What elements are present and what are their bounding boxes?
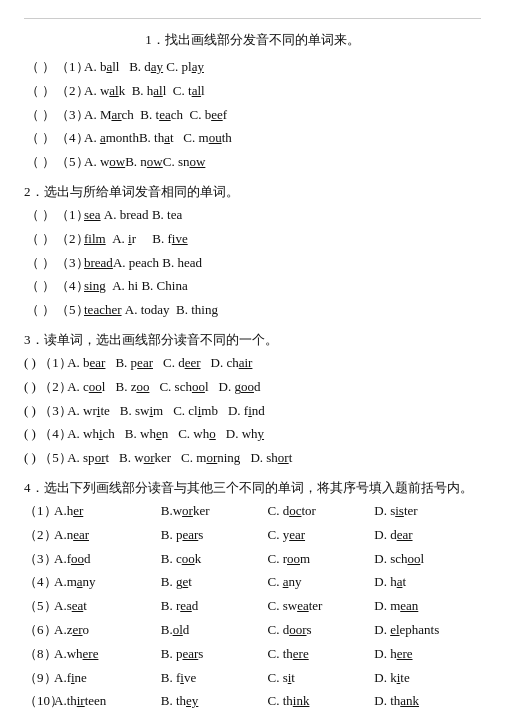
option-a: A. ball [84, 57, 119, 78]
s4-row3: （3） A.food B. cook C. room D. school [24, 549, 481, 570]
opt-b: B.old [161, 620, 268, 641]
option-b: B. that [139, 128, 174, 149]
s2-row4: （ ） （4） sing A. hi B. China [24, 276, 481, 297]
bracket-pair: ( ) [24, 353, 36, 374]
option-c: C. beef [189, 105, 227, 126]
q-num: （1） [56, 57, 84, 78]
s3-row3: ( ) （3） A. write B. swim C. climb D. fin… [24, 401, 481, 422]
opt-c: C. sit [268, 668, 375, 689]
option-a: A. March [84, 105, 134, 126]
opt-c: C. there [268, 644, 375, 665]
opt-c: C. deer [163, 353, 201, 374]
q-num: （5） [56, 300, 84, 321]
bracket: （ [24, 276, 40, 297]
option-a: A. peach [113, 253, 159, 274]
option-b: B. teach [140, 105, 183, 126]
opt-c: C. doors [268, 620, 375, 641]
option-a: A. bread [104, 205, 149, 226]
opt-c: C. think [268, 691, 375, 712]
s4-row1: （1） A.her B.worker C. doctor D. sister [24, 501, 481, 522]
q-num: （8） [24, 644, 54, 665]
option-a: A. today [125, 300, 170, 321]
opt-a: A. write [67, 401, 110, 422]
bracket-close: ） [40, 253, 56, 274]
opt-c: C. sweater [268, 596, 375, 617]
bracket-close: ） [40, 57, 56, 78]
bracket-pair: ( ) [24, 377, 36, 398]
q-num: （2） [39, 377, 67, 398]
s3-row2: ( ) （2） A. cool B. zoo C. school D. good [24, 377, 481, 398]
q-num: （4） [24, 572, 54, 593]
option-c: C. snow [163, 152, 206, 173]
s4-row4: （4） A.many B. get C. any D. hat [24, 572, 481, 593]
opt-d: D. chair [211, 353, 253, 374]
s3-row4: ( ) （4） A. which B. when C. who D. why [24, 424, 481, 445]
option-a: A. ir [112, 229, 136, 250]
q-num: （3） [24, 549, 54, 570]
option-c: C. play [166, 57, 204, 78]
opt-b: B.worker [161, 501, 268, 522]
option-a: A. hi [112, 276, 138, 297]
opt-d: D. good [219, 377, 261, 398]
s2-row1: （ ） （1） sea A. bread B. tea [24, 205, 481, 226]
s2-row2: （ ） （2） film A. ir B. five [24, 229, 481, 250]
q-num: （2） [24, 525, 54, 546]
bracket-close: ） [40, 300, 56, 321]
opt-b: B. pears [161, 644, 268, 665]
opt-d: D. sister [374, 501, 481, 522]
opt-b: B. read [161, 596, 268, 617]
opt-c: C. climb [173, 401, 218, 422]
q-num: （1） [24, 501, 54, 522]
q-num: （5） [56, 152, 84, 173]
q-num: （2） [56, 81, 84, 102]
bracket-close: ） [40, 81, 56, 102]
opt-b: B. they [161, 691, 268, 712]
q-num: （4） [56, 276, 84, 297]
word: teacher [84, 300, 122, 321]
opt-a: A. bear [67, 353, 105, 374]
opt-b: B. when [125, 424, 168, 445]
bracket: （ [24, 105, 40, 126]
opt-d: D. school [374, 549, 481, 570]
opt-b: B. cook [161, 549, 268, 570]
option-b: B. thing [176, 300, 218, 321]
option-a: A. walk [84, 81, 125, 102]
q1-row2: （ ） （2） A. walk B. hall C. tall [24, 81, 481, 102]
opt-d: D. thank [374, 691, 481, 712]
section1-title: 1．找出画线部分发音不同的单词来。 [24, 31, 481, 49]
opt-c: C. morning [181, 448, 240, 469]
top-divider [24, 18, 481, 19]
bracket-close: ） [40, 229, 56, 250]
opt-d: D. short [250, 448, 292, 469]
opt-b: B. worker [119, 448, 171, 469]
opt-a: A.her [54, 501, 161, 522]
q-num: （4） [39, 424, 67, 445]
q-num: （1） [39, 353, 67, 374]
q-num: （5） [24, 596, 54, 617]
q-num: （3） [39, 401, 67, 422]
opt-b: B. swim [120, 401, 163, 422]
opt-a: A. cool [67, 377, 105, 398]
bracket-close: ） [40, 128, 56, 149]
q-num: （3） [56, 105, 84, 126]
bracket-close: ） [40, 152, 56, 173]
bracket: （ [24, 229, 40, 250]
opt-b: B. zoo [115, 377, 149, 398]
opt-b: B. pear [115, 353, 153, 374]
q1-row1: （ ） （1） A. ball B. day C. play [24, 57, 481, 78]
word: film [84, 229, 106, 250]
s4-row9: （9） A.fine B. five C. sit D. kite [24, 668, 481, 689]
s4-row2: （2） A.near B. pears C. year D. dear [24, 525, 481, 546]
word: sea [84, 205, 101, 226]
opt-a: A. which [67, 424, 115, 445]
bracket: （ [24, 128, 40, 149]
section3: 3．读单词，选出画线部分读音不同的一个。 ( ) （1） A. bear B. … [24, 331, 481, 469]
q-num: （1） [56, 205, 84, 226]
section3-title: 3．读单词，选出画线部分读音不同的一个。 [24, 331, 481, 349]
bracket: （ [24, 152, 40, 173]
s4-row6: （6） A.zero B.old C. doors D. elephants [24, 620, 481, 641]
opt-d: D. find [228, 401, 265, 422]
option-b: B. now [125, 152, 163, 173]
q-num: （4） [56, 128, 84, 149]
section2: 2．选出与所给单词发音相同的单词。 （ ） （1） sea A. bread B… [24, 183, 481, 321]
